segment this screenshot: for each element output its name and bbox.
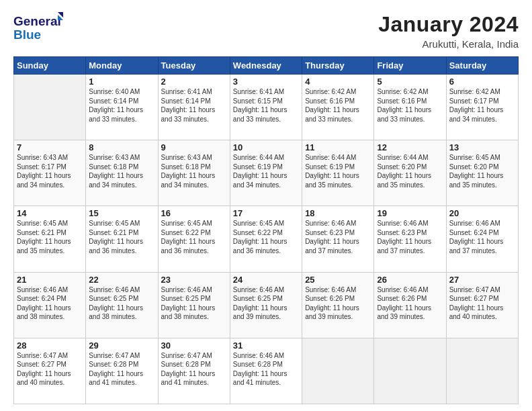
day-info: Sunrise: 6:43 AM Sunset: 6:18 PM Dayligh…: [89, 153, 154, 189]
day-number: 23: [161, 275, 227, 285]
calendar-cell: 18Sunrise: 6:46 AM Sunset: 6:23 PM Dayli…: [302, 206, 374, 272]
day-number: 14: [17, 208, 83, 218]
day-info: Sunrise: 6:47 AM Sunset: 6:27 PM Dayligh…: [449, 285, 515, 322]
day-number: 3: [233, 77, 299, 87]
day-info: Sunrise: 6:46 AM Sunset: 6:24 PM Dayligh…: [449, 219, 515, 255]
day-number: 31: [233, 340, 299, 351]
day-info: Sunrise: 6:43 AM Sunset: 6:18 PM Dayligh…: [161, 153, 227, 189]
day-info: Sunrise: 6:47 AM Sunset: 6:28 PM Dayligh…: [89, 351, 154, 387]
calendar-cell: 23Sunrise: 6:46 AM Sunset: 6:25 PM Dayli…: [158, 272, 230, 338]
day-info: Sunrise: 6:46 AM Sunset: 6:24 PM Dayligh…: [17, 285, 83, 322]
calendar-cell: 5Sunrise: 6:42 AM Sunset: 6:16 PM Daylig…: [374, 75, 446, 140]
day-info: Sunrise: 6:46 AM Sunset: 6:25 PM Dayligh…: [161, 285, 227, 322]
calendar-cell: 12Sunrise: 6:44 AM Sunset: 6:20 PM Dayli…: [374, 140, 446, 206]
logo: GeneralBlue: [13, 12, 67, 42]
calendar-cell: 13Sunrise: 6:45 AM Sunset: 6:20 PM Dayli…: [446, 140, 518, 206]
calendar-cell: 6Sunrise: 6:42 AM Sunset: 6:17 PM Daylig…: [446, 75, 518, 140]
day-info: Sunrise: 6:44 AM Sunset: 6:19 PM Dayligh…: [233, 153, 299, 189]
calendar: SundayMondayTuesdayWednesdayThursdayFrid…: [13, 56, 519, 404]
day-number: 2: [161, 77, 227, 87]
calendar-cell: 2Sunrise: 6:41 AM Sunset: 6:14 PM Daylig…: [158, 75, 230, 140]
day-number: 27: [449, 275, 515, 285]
day-info: Sunrise: 6:45 AM Sunset: 6:22 PM Dayligh…: [161, 219, 227, 255]
calendar-cell: 9Sunrise: 6:43 AM Sunset: 6:18 PM Daylig…: [158, 140, 230, 206]
day-info: Sunrise: 6:42 AM Sunset: 6:17 PM Dayligh…: [449, 87, 515, 124]
day-info: Sunrise: 6:47 AM Sunset: 6:27 PM Dayligh…: [17, 351, 83, 387]
col-header-thursday: Thursday: [302, 57, 374, 75]
day-info: Sunrise: 6:41 AM Sunset: 6:14 PM Dayligh…: [161, 87, 227, 124]
calendar-cell: 22Sunrise: 6:46 AM Sunset: 6:25 PM Dayli…: [86, 272, 158, 338]
calendar-header-row: SundayMondayTuesdayWednesdayThursdayFrid…: [14, 57, 519, 75]
week-row-1: 7Sunrise: 6:43 AM Sunset: 6:17 PM Daylig…: [14, 140, 519, 206]
day-info: Sunrise: 6:41 AM Sunset: 6:15 PM Dayligh…: [233, 87, 299, 124]
day-info: Sunrise: 6:45 AM Sunset: 6:21 PM Dayligh…: [17, 219, 83, 255]
day-number: 10: [233, 142, 299, 152]
day-number: 20: [449, 208, 515, 218]
col-header-monday: Monday: [86, 57, 158, 75]
day-number: 13: [449, 142, 515, 152]
day-number: 16: [161, 208, 227, 218]
day-number: 4: [305, 77, 371, 87]
calendar-cell: 4Sunrise: 6:42 AM Sunset: 6:16 PM Daylig…: [302, 75, 374, 140]
calendar-cell: 31Sunrise: 6:46 AM Sunset: 6:28 PM Dayli…: [230, 338, 302, 404]
col-header-wednesday: Wednesday: [230, 57, 302, 75]
calendar-cell: 24Sunrise: 6:46 AM Sunset: 6:25 PM Dayli…: [230, 272, 302, 338]
calendar-cell: 8Sunrise: 6:43 AM Sunset: 6:18 PM Daylig…: [86, 140, 158, 206]
day-number: 8: [89, 142, 154, 152]
col-header-friday: Friday: [374, 57, 446, 75]
header: GeneralBlue January 2024 Arukutti, Keral…: [13, 12, 519, 50]
day-number: 5: [377, 77, 443, 87]
week-row-0: 1Sunrise: 6:40 AM Sunset: 6:14 PM Daylig…: [14, 75, 519, 140]
day-number: 6: [449, 77, 515, 87]
calendar-cell: 11Sunrise: 6:44 AM Sunset: 6:19 PM Dayli…: [302, 140, 374, 206]
calendar-cell: 26Sunrise: 6:46 AM Sunset: 6:26 PM Dayli…: [374, 272, 446, 338]
day-info: Sunrise: 6:42 AM Sunset: 6:16 PM Dayligh…: [305, 87, 371, 124]
calendar-cell: 19Sunrise: 6:46 AM Sunset: 6:23 PM Dayli…: [374, 206, 446, 272]
col-header-saturday: Saturday: [446, 57, 518, 75]
day-number: 1: [89, 77, 154, 87]
subtitle: Arukutti, Kerala, India: [378, 38, 519, 50]
day-info: Sunrise: 6:42 AM Sunset: 6:16 PM Dayligh…: [377, 87, 443, 124]
calendar-cell: 30Sunrise: 6:47 AM Sunset: 6:28 PM Dayli…: [158, 338, 230, 404]
day-info: Sunrise: 6:46 AM Sunset: 6:23 PM Dayligh…: [377, 219, 443, 255]
day-info: Sunrise: 6:46 AM Sunset: 6:26 PM Dayligh…: [377, 285, 443, 322]
week-row-3: 21Sunrise: 6:46 AM Sunset: 6:24 PM Dayli…: [14, 272, 519, 338]
day-number: 19: [377, 208, 443, 218]
day-info: Sunrise: 6:47 AM Sunset: 6:28 PM Dayligh…: [161, 351, 227, 387]
week-row-4: 28Sunrise: 6:47 AM Sunset: 6:27 PM Dayli…: [14, 338, 519, 404]
day-number: 18: [305, 208, 371, 218]
day-number: 11: [305, 142, 371, 152]
calendar-cell: 28Sunrise: 6:47 AM Sunset: 6:27 PM Dayli…: [14, 338, 86, 404]
day-info: Sunrise: 6:43 AM Sunset: 6:17 PM Dayligh…: [17, 153, 83, 189]
calendar-cell: 29Sunrise: 6:47 AM Sunset: 6:28 PM Dayli…: [86, 338, 158, 404]
col-header-tuesday: Tuesday: [158, 57, 230, 75]
calendar-cell: 17Sunrise: 6:45 AM Sunset: 6:22 PM Dayli…: [230, 206, 302, 272]
calendar-cell: [446, 338, 518, 404]
day-info: Sunrise: 6:46 AM Sunset: 6:23 PM Dayligh…: [305, 219, 371, 255]
day-number: 7: [17, 142, 83, 152]
calendar-cell: 15Sunrise: 6:45 AM Sunset: 6:21 PM Dayli…: [86, 206, 158, 272]
calendar-cell: 27Sunrise: 6:47 AM Sunset: 6:27 PM Dayli…: [446, 272, 518, 338]
day-number: 29: [89, 340, 154, 351]
svg-text:General: General: [13, 14, 61, 28]
day-number: 12: [377, 142, 443, 152]
title-block: January 2024 Arukutti, Kerala, India: [378, 12, 519, 50]
day-number: 26: [377, 275, 443, 285]
calendar-cell: [14, 75, 86, 140]
calendar-cell: 25Sunrise: 6:46 AM Sunset: 6:26 PM Dayli…: [302, 272, 374, 338]
day-number: 15: [89, 208, 154, 218]
calendar-cell: [302, 338, 374, 404]
calendar-cell: 3Sunrise: 6:41 AM Sunset: 6:15 PM Daylig…: [230, 75, 302, 140]
day-number: 22: [89, 275, 154, 285]
calendar-cell: 14Sunrise: 6:45 AM Sunset: 6:21 PM Dayli…: [14, 206, 86, 272]
day-info: Sunrise: 6:46 AM Sunset: 6:25 PM Dayligh…: [89, 285, 154, 322]
calendar-cell: 10Sunrise: 6:44 AM Sunset: 6:19 PM Dayli…: [230, 140, 302, 206]
day-info: Sunrise: 6:45 AM Sunset: 6:20 PM Dayligh…: [449, 153, 515, 189]
day-number: 28: [17, 340, 83, 351]
main-title: January 2024: [378, 12, 519, 37]
day-info: Sunrise: 6:45 AM Sunset: 6:21 PM Dayligh…: [89, 219, 154, 255]
day-number: 24: [233, 275, 299, 285]
calendar-cell: 7Sunrise: 6:43 AM Sunset: 6:17 PM Daylig…: [14, 140, 86, 206]
calendar-cell: 16Sunrise: 6:45 AM Sunset: 6:22 PM Dayli…: [158, 206, 230, 272]
col-header-sunday: Sunday: [14, 57, 86, 75]
